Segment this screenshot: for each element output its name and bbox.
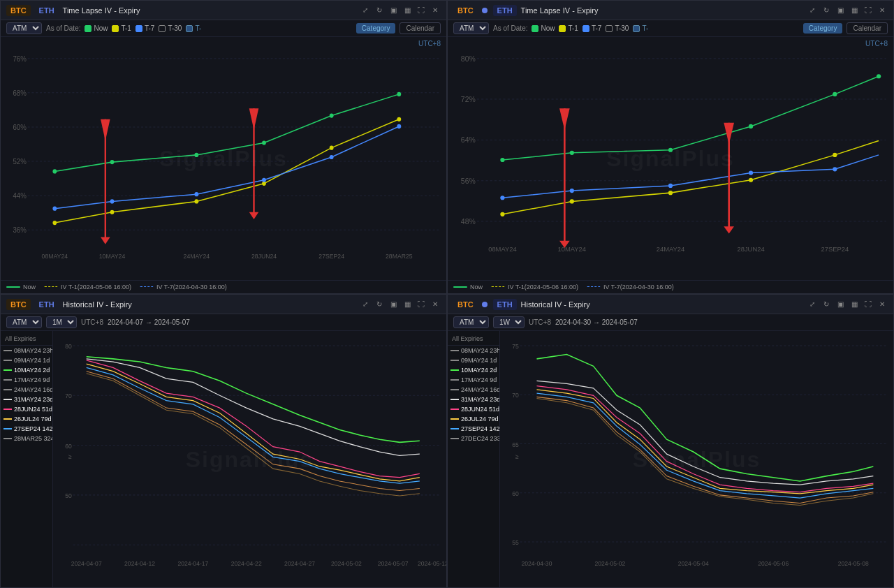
legend-t30-tr[interactable]: T-30 (606, 24, 629, 32)
grid1-icon-tr[interactable]: ▣ (835, 5, 846, 16)
t7-checkbox-tr[interactable] (582, 25, 589, 32)
expiry-27sep-bl[interactable]: 27SEP24 142d (1, 424, 52, 434)
expiry-31may-br[interactable]: 31MAY24 23d (448, 395, 499, 404)
expiry-10may-br[interactable]: 10MAY24 2d (448, 365, 499, 375)
now-checkbox-tr[interactable] (532, 25, 538, 32)
expiry-28mar-bl[interactable]: 28MAR25 324d (1, 434, 52, 443)
expiry-17may-br[interactable]: 17MAY24 9d (448, 375, 499, 385)
panel-controls-br: ⤢ ↻ ▣ ▦ ⛶ ✕ (807, 299, 888, 310)
expand-icon-br[interactable]: ⤢ (807, 299, 818, 310)
btc-tab-bl[interactable]: BTC (6, 299, 31, 310)
tcustom-checkbox-tl[interactable] (186, 25, 193, 32)
svg-text:28MAR25: 28MAR25 (386, 253, 413, 260)
legend-t1-tl[interactable]: T-1 (112, 24, 131, 32)
now-checkbox-tl[interactable] (85, 25, 91, 32)
close-icon-tl[interactable]: ✕ (430, 5, 441, 16)
expiry-31may-bl[interactable]: 31MAY24 23d (1, 395, 52, 404)
expiry-26jul-br[interactable]: 26JUL24 79d (448, 414, 499, 424)
grid2-icon-tl[interactable]: ▦ (402, 5, 413, 16)
category-btn-tr[interactable]: Category (803, 23, 843, 34)
t1-checkbox-tl[interactable] (112, 25, 119, 32)
t30-checkbox-tl[interactable] (159, 25, 166, 32)
expiry-sidebar-bl: All Expiries 08MAY24 23h 09MAY24 1d 10MA… (1, 331, 53, 587)
expiry-17may-bl[interactable]: 17MAY24 9d (1, 375, 52, 385)
refresh-icon-br[interactable]: ↻ (821, 299, 832, 310)
expiry-24may-bl[interactable]: 24MAY24 16d (1, 385, 52, 395)
atm-select-br[interactable]: ATM (453, 316, 489, 328)
eth-tab-tr[interactable]: ETH (493, 5, 517, 16)
legend-now-tr[interactable]: Now (532, 24, 555, 32)
fullscreen-icon-bl[interactable]: ⛶ (416, 299, 427, 310)
expiry-09may-br[interactable]: 09MAY24 1d (448, 355, 499, 365)
grid1-icon-br[interactable]: ▣ (835, 299, 846, 310)
close-icon-bl[interactable]: ✕ (430, 299, 441, 310)
expiry-27sep-br[interactable]: 27SEP24 142d (448, 424, 499, 434)
tcustom-checkbox-tr[interactable] (633, 25, 640, 32)
legend-line-t7-tl: IV T-7(2024-04-30 16:00) (140, 284, 227, 291)
legend-tcustom-tr[interactable]: T- (633, 24, 648, 32)
atm-select-tr[interactable]: ATM (453, 22, 489, 34)
interval-select-br[interactable]: 1W (493, 316, 525, 328)
t1-checkbox-tr[interactable] (559, 25, 566, 32)
chart-legend-tr: Now IV T-1(2024-05-06 16:00) IV T-7(2024… (448, 280, 893, 293)
svg-text:55: 55 (512, 539, 519, 546)
refresh-icon-bl[interactable]: ↻ (374, 299, 385, 310)
grid2-icon-bl[interactable]: ▦ (402, 299, 413, 310)
btc-tab-br[interactable]: BTC (453, 299, 478, 310)
expiry-28jun-br[interactable]: 28JUN24 51d (448, 404, 499, 414)
svg-text:2024-05-04: 2024-05-04 (678, 559, 709, 566)
expiry-27dec-br[interactable]: 27DEC24 233d (448, 434, 499, 443)
grid1-icon-bl[interactable]: ▣ (388, 299, 399, 310)
expiry-09may-bl[interactable]: 09MAY24 1d (1, 355, 52, 365)
interval-select-bl[interactable]: 1M (46, 316, 77, 328)
expand-icon-bl[interactable]: ⤢ (360, 299, 371, 310)
svg-point-22 (330, 114, 334, 118)
grid2-icon-br[interactable]: ▦ (849, 299, 860, 310)
grid1-icon-tl[interactable]: ▣ (388, 5, 399, 16)
fullscreen-icon-tr[interactable]: ⛶ (863, 5, 874, 16)
svg-text:68%: 68% (13, 89, 26, 97)
expiry-10may-bl[interactable]: 10MAY24 2d (1, 365, 52, 375)
legend-t7-tr[interactable]: T-7 (582, 24, 601, 32)
svg-text:44%: 44% (13, 192, 26, 200)
atm-select-bl[interactable]: ATM (6, 316, 42, 328)
eth-tab-bl[interactable]: ETH (35, 299, 59, 310)
eth-tab-tl[interactable]: ETH (35, 5, 59, 16)
svg-point-26 (194, 199, 198, 203)
svg-text:≥: ≥ (515, 453, 519, 460)
btc-tab-tl[interactable]: BTC (6, 5, 31, 16)
fullscreen-icon-tl[interactable]: ⛶ (416, 5, 427, 16)
fullscreen-icon-br[interactable]: ⛶ (863, 299, 874, 310)
legend-t1-tr[interactable]: T-1 (559, 24, 578, 32)
close-icon-br[interactable]: ✕ (877, 299, 888, 310)
calendar-btn-tl[interactable]: Calendar (400, 22, 441, 34)
expiry-header-bl: All Expiries (1, 334, 52, 346)
refresh-icon-tr[interactable]: ↻ (821, 5, 832, 16)
chart-svg-tl: 76% 68% 60% 52% 44% 36% 08MAY24 10MAY24 … (1, 37, 446, 280)
atm-select-tl[interactable]: ATM (6, 22, 42, 34)
legend-t7-tl[interactable]: T-7 (135, 24, 154, 32)
category-btn-tl[interactable]: Category (356, 23, 396, 34)
expiry-24may-br[interactable]: 24MAY24 16d (448, 385, 499, 395)
expiry-26jul-bl[interactable]: 26JUL24 79d (1, 414, 52, 424)
calendar-btn-tr[interactable]: Calendar (847, 22, 888, 34)
legend-t30-tl[interactable]: T-30 (159, 24, 182, 32)
eth-tab-br[interactable]: ETH (493, 299, 517, 310)
expiry-08may-bl[interactable]: 08MAY24 23h (1, 346, 52, 355)
expand-icon-tl[interactable]: ⤢ (360, 5, 371, 16)
svg-text:2024-05-08: 2024-05-08 (838, 559, 869, 566)
refresh-icon-tl[interactable]: ↻ (374, 5, 385, 16)
legend-tcustom-tl[interactable]: T- (186, 24, 201, 32)
close-icon-tr[interactable]: ✕ (877, 5, 888, 16)
svg-text:10MAY24: 10MAY24 (99, 253, 125, 260)
panel-bottom-left: BTC ETH Historical IV - Expiry ⤢ ↻ ▣ ▦ ⛶… (0, 294, 447, 588)
expiry-08may-br[interactable]: 08MAY24 23h (448, 346, 499, 355)
t7-checkbox-tl[interactable] (135, 25, 142, 32)
btc-tab-tr[interactable]: BTC (453, 5, 478, 16)
grid2-icon-tr[interactable]: ▦ (849, 5, 860, 16)
t30-checkbox-tr[interactable] (606, 25, 613, 32)
expand-icon-tr[interactable]: ⤢ (807, 5, 818, 16)
expiry-28jun-bl[interactable]: 28JUN24 51d (1, 404, 52, 414)
svg-point-25 (110, 210, 115, 214)
legend-now-tl[interactable]: Now (85, 24, 108, 32)
